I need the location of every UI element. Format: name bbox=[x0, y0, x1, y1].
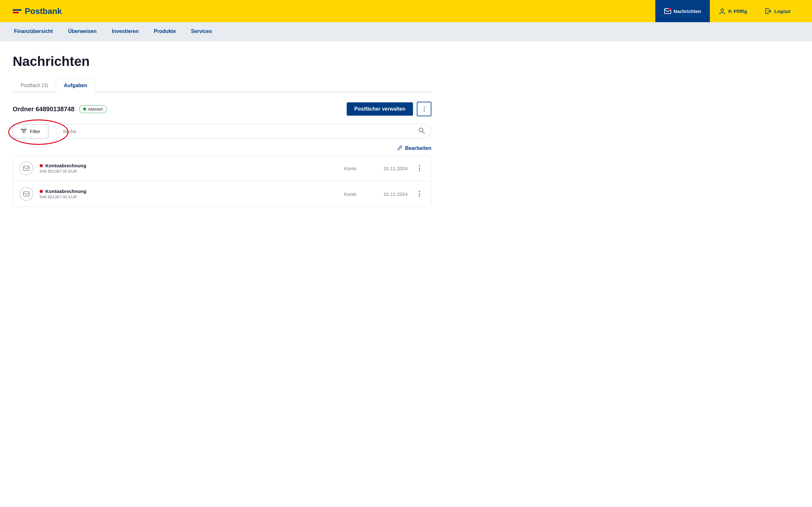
ordner-title: Ordner 64890138748 bbox=[13, 106, 74, 113]
bearbeiten-row: Bearbeiten bbox=[13, 145, 432, 152]
bearbeiten-label: Bearbeiten bbox=[405, 146, 432, 151]
notification-dot bbox=[669, 8, 671, 10]
table-row: Kontoabrechnung 648 901387 00 EUR Konto … bbox=[13, 181, 431, 207]
msg-title-row-1: Kontoabrechnung bbox=[40, 163, 338, 168]
ordner-row: Ordner 64890138748 Aktiviert Postfächer … bbox=[13, 102, 432, 116]
nav-item-produkte[interactable]: Produkte bbox=[153, 22, 177, 41]
filter-search-row: Filter bbox=[13, 124, 432, 139]
filter-label: Filter bbox=[30, 129, 40, 134]
svg-line-6 bbox=[422, 131, 424, 133]
nav-item-finanzuebersicht[interactable]: Finanzübersicht bbox=[13, 22, 54, 41]
msg-title-1: Kontoabrechnung bbox=[45, 163, 86, 168]
table-row: Kontoabrechnung 648 901387 00 EUR Konto … bbox=[13, 156, 431, 181]
bearbeiten-button[interactable]: Bearbeiten bbox=[397, 145, 432, 152]
nav-item-investieren[interactable]: Investieren bbox=[111, 22, 140, 41]
postbank-logo-icon bbox=[13, 9, 21, 13]
ordner-right: Postfächer verwalten ⋮ bbox=[347, 102, 432, 116]
msg-title-row-2: Kontoabrechnung bbox=[40, 188, 338, 194]
user-icon bbox=[719, 8, 726, 14]
user-button[interactable]: P. Pfiffig bbox=[710, 0, 756, 22]
tab-aufgaben[interactable]: Aufgaben bbox=[56, 78, 95, 92]
msg-account-2: 648 901387 00 EUR bbox=[40, 194, 338, 199]
msg-account-1: 648 901387 00 EUR bbox=[40, 169, 338, 174]
top-header: Postbank Nachrichten P. Pfiffig bbox=[0, 0, 812, 22]
tabs-container: Postfach (3) Aufgaben bbox=[13, 78, 432, 92]
message-info-2: Kontoabrechnung 648 901387 00 EUR bbox=[40, 188, 338, 199]
msg-date-2: 01.11.2024 bbox=[376, 191, 408, 197]
filter-icon bbox=[21, 128, 27, 134]
message-envelope-icon-2 bbox=[19, 187, 33, 201]
svg-point-1 bbox=[721, 9, 723, 11]
nachrichten-icon bbox=[664, 8, 671, 14]
nav-item-services[interactable]: Services bbox=[190, 22, 213, 41]
search-input[interactable] bbox=[63, 129, 418, 134]
msg-date-1: 01.11.2024 bbox=[376, 166, 408, 171]
ellipsis-icon: ⋮ bbox=[421, 106, 427, 112]
status-dot bbox=[83, 107, 86, 111]
more-options-button[interactable]: ⋮ bbox=[417, 102, 432, 116]
unread-dot-1 bbox=[40, 164, 43, 167]
filter-button[interactable]: Filter bbox=[13, 124, 49, 139]
message-list: Kontoabrechnung 648 901387 00 EUR Konto … bbox=[13, 155, 432, 207]
msg-category-1: Konto bbox=[344, 166, 369, 171]
nav-item-ueberweisen[interactable]: Überweisen bbox=[67, 22, 98, 41]
brand-name: Postbank bbox=[25, 6, 62, 16]
svg-rect-7 bbox=[23, 166, 29, 170]
logout-button[interactable]: Logout bbox=[756, 0, 799, 22]
message-envelope-icon-1 bbox=[19, 161, 33, 175]
svg-point-5 bbox=[419, 128, 423, 132]
postfaecher-verwalten-button[interactable]: Postfächer verwalten bbox=[347, 102, 413, 116]
page-title: Nachrichten bbox=[13, 54, 432, 69]
status-badge: Aktiviert bbox=[79, 105, 107, 113]
msg-title-2: Kontoabrechnung bbox=[45, 188, 86, 194]
tab-postfach[interactable]: Postfach (3) bbox=[13, 78, 56, 92]
unread-dot-2 bbox=[40, 190, 43, 193]
svg-rect-8 bbox=[23, 192, 29, 196]
user-label: P. Pfiffig bbox=[728, 9, 747, 14]
filter-btn-wrapper: Filter bbox=[13, 124, 49, 139]
logo-area: Postbank bbox=[13, 6, 62, 16]
logout-icon bbox=[765, 8, 772, 14]
message-more-button-1[interactable]: ⋮ bbox=[414, 164, 425, 172]
edit-icon bbox=[397, 145, 403, 152]
search-box bbox=[56, 124, 432, 139]
msg-category-2: Konto bbox=[344, 191, 369, 197]
main-content: Nachrichten Postfach (3) Aufgaben Ordner… bbox=[0, 41, 444, 207]
search-icon bbox=[418, 127, 425, 135]
message-info-1: Kontoabrechnung 648 901387 00 EUR bbox=[40, 163, 338, 174]
logout-label: Logout bbox=[774, 9, 791, 14]
nav-bar: Finanzübersicht Überweisen Investieren P… bbox=[0, 22, 812, 41]
nachrichten-button[interactable]: Nachrichten bbox=[655, 0, 710, 22]
header-right: Nachrichten P. Pfiffig Logout bbox=[655, 0, 799, 22]
ordner-left: Ordner 64890138748 Aktiviert bbox=[13, 105, 107, 113]
status-label: Aktiviert bbox=[88, 107, 103, 112]
nachrichten-label: Nachrichten bbox=[674, 9, 701, 14]
message-more-button-2[interactable]: ⋮ bbox=[414, 190, 425, 198]
